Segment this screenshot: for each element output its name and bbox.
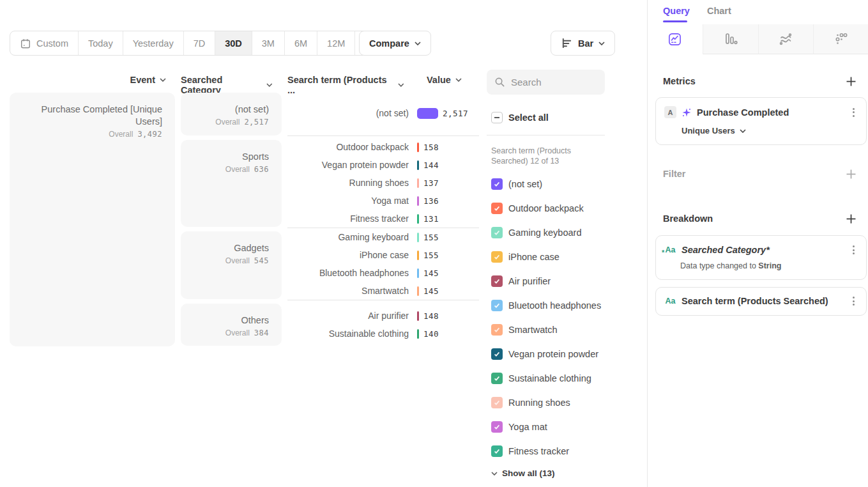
segment-item[interactable]: Air purifier xyxy=(491,275,551,287)
segment-checkbox[interactable] xyxy=(491,348,503,360)
breakdown-card[interactable]: Aa* Searched Category* Data type changed… xyxy=(655,235,867,280)
select-all-row[interactable]: Select all xyxy=(491,112,549,123)
group-divider xyxy=(287,135,479,136)
segment-checkbox[interactable] xyxy=(491,324,503,336)
segment-item[interactable]: Outdoor backpack xyxy=(491,203,584,214)
segment-checkbox[interactable] xyxy=(491,203,503,214)
show-all-link[interactable]: Show all (13) xyxy=(491,468,555,478)
event-label: Purchase Completed [Unique Users] xyxy=(16,104,162,128)
date-range-yesterday[interactable]: Yesterday xyxy=(123,31,183,55)
date-range-30d[interactable]: 30D xyxy=(215,31,252,55)
event-cell[interactable]: Purchase Completed [Unique Users] Overal… xyxy=(10,93,175,346)
date-range-custom[interactable]: Custom xyxy=(10,31,78,55)
select-all-checkbox[interactable] xyxy=(491,112,503,123)
term-row[interactable]: Outdoor backpack 158 xyxy=(287,138,476,156)
plus-icon xyxy=(846,77,856,86)
segment-item[interactable]: Smartwatch xyxy=(491,324,558,336)
date-range-6m[interactable]: 6M xyxy=(284,31,317,55)
add-filter-button[interactable] xyxy=(846,169,856,179)
segment-checkbox[interactable] xyxy=(491,421,503,433)
metric-menu-button[interactable] xyxy=(850,107,857,118)
term-row[interactable]: Bluetooth headphones 145 xyxy=(287,264,476,282)
segment-item[interactable]: Gaming keyboard xyxy=(491,227,581,238)
date-range-12m[interactable]: 12M xyxy=(317,31,354,55)
segment-item[interactable]: Bluetooth headphones xyxy=(491,300,601,311)
metric-letter-badge: A xyxy=(664,106,676,118)
check-icon xyxy=(493,375,501,382)
segment-item[interactable]: (not set) xyxy=(491,178,542,190)
segment-checkbox[interactable] xyxy=(491,275,503,287)
segment-item[interactable]: Running shoes xyxy=(491,397,570,408)
group-divider xyxy=(287,300,479,300)
category-cell[interactable]: Others Overall384 xyxy=(181,304,282,346)
date-range-7d[interactable]: 7D xyxy=(183,31,215,55)
term-row[interactable]: Sustainable clothing 140 xyxy=(287,325,476,343)
date-range-today[interactable]: Today xyxy=(78,31,123,55)
term-row[interactable]: Smartwatch 145 xyxy=(287,282,476,300)
overall-label: Overall xyxy=(109,130,133,139)
plus-icon xyxy=(846,169,856,179)
term-row[interactable]: Air purifier 148 xyxy=(287,307,476,325)
segment-checkbox[interactable] xyxy=(491,251,503,263)
term-row[interactable]: Running shoes 137 xyxy=(287,174,476,192)
search-input[interactable] xyxy=(511,77,594,88)
segment-item[interactable]: Yoga mat xyxy=(491,421,547,433)
column-header-value[interactable]: Value xyxy=(427,75,465,85)
aggregation-selector[interactable]: Unique Users xyxy=(656,118,866,135)
segment-checkbox[interactable] xyxy=(491,300,503,311)
flows-icon xyxy=(778,31,793,47)
category-cell[interactable]: (not set) Overall2,517 xyxy=(181,93,282,135)
category-cell[interactable]: Sports Overall636 xyxy=(181,140,282,227)
breakdown-menu-button[interactable] xyxy=(850,244,857,256)
tab-insights[interactable] xyxy=(648,24,703,54)
tab-funnels[interactable] xyxy=(703,24,758,54)
date-range-3m[interactable]: 3M xyxy=(252,31,284,55)
segment-search[interactable] xyxy=(487,70,605,95)
term-row[interactable]: Gaming keyboard 155 xyxy=(287,228,476,246)
tab-flows[interactable] xyxy=(758,24,814,54)
term-row[interactable]: Vegan protein powder 144 xyxy=(287,156,476,174)
metric-card[interactable]: A Purchase Completed Unique Users xyxy=(655,97,867,145)
column-header-event[interactable]: Event xyxy=(10,75,166,85)
chart-type-button[interactable]: Bar xyxy=(551,31,615,56)
chevron-down-icon xyxy=(598,42,605,45)
segment-checkbox[interactable] xyxy=(491,227,503,238)
term-row[interactable]: (not set) 2,517 xyxy=(287,104,476,122)
tab-chart[interactable]: Chart xyxy=(707,6,731,16)
check-icon xyxy=(493,447,501,455)
chevron-down-icon xyxy=(455,78,462,82)
check-icon xyxy=(493,326,501,334)
breakdown-heading: Breakdown xyxy=(663,213,713,224)
bar-segment xyxy=(417,268,419,278)
term-row[interactable]: iPhone case 155 xyxy=(287,246,476,264)
segment-checkbox[interactable] xyxy=(491,178,503,190)
check-icon xyxy=(493,302,501,309)
column-header-term[interactable]: Search term (Products ... xyxy=(287,75,404,95)
breakdown-card[interactable]: Aa Search term (Products Searched) xyxy=(655,287,867,316)
chevron-down-icon xyxy=(491,472,498,475)
breakdown-property-name: Search term (Products Searched) xyxy=(681,296,845,306)
compare-button[interactable]: Compare xyxy=(359,31,431,56)
segment-item[interactable]: Sustainable clothing xyxy=(491,373,591,384)
check-icon xyxy=(493,180,501,188)
segment-item[interactable]: iPhone case xyxy=(491,251,560,263)
tab-query[interactable]: Query xyxy=(663,6,690,16)
category-cell[interactable]: Gadgets Overall545 xyxy=(181,231,282,299)
active-tab-indicator xyxy=(663,20,687,22)
search-icon xyxy=(494,77,505,88)
segment-item[interactable]: Vegan protein powder xyxy=(491,348,598,360)
segment-checkbox[interactable] xyxy=(491,373,503,384)
filter-heading: Filter xyxy=(663,169,685,179)
check-icon xyxy=(493,277,501,285)
tab-retention[interactable] xyxy=(813,24,868,54)
segment-checkbox[interactable] xyxy=(491,445,503,457)
segment-checkbox[interactable] xyxy=(491,397,503,408)
breakdown-menu-button[interactable] xyxy=(850,295,857,307)
date-range-label: Custom xyxy=(36,38,68,49)
term-row[interactable]: Fitness tracker 131 xyxy=(287,210,476,228)
add-breakdown-button[interactable] xyxy=(846,214,856,224)
segment-item[interactable]: Fitness tracker xyxy=(491,445,569,457)
term-row[interactable]: Yoga mat 136 xyxy=(287,192,476,210)
bar-segment xyxy=(417,143,419,152)
add-metric-button[interactable] xyxy=(846,77,856,86)
